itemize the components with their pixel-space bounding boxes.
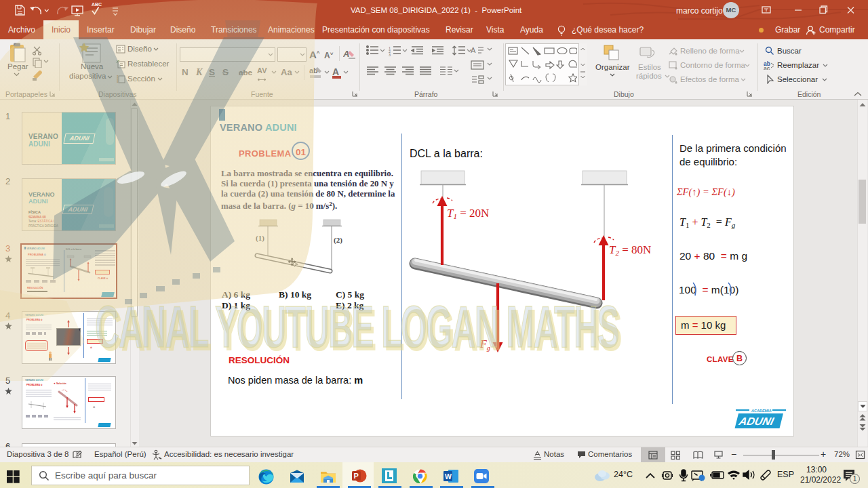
svg-text:(1): (1) [256, 234, 264, 243]
svg-text:W: W [445, 472, 452, 481]
svg-text:ac: ac [764, 65, 770, 70]
svg-text:T2 = 80N: T2 = 80N [609, 243, 651, 257]
svg-text:A: A [471, 46, 476, 54]
svg-text:ACADEMIA: ACADEMIA [751, 409, 772, 413]
svg-text:(2): (2) [334, 236, 342, 245]
svg-text:ABC: ABC [92, 2, 102, 7]
svg-text:Fg: Fg [479, 338, 490, 352]
svg-text:3: 3 [389, 53, 391, 57]
svg-text:P: P [354, 472, 359, 480]
svg-text:T1 = 20N: T1 = 20N [447, 207, 489, 220]
svg-text:A: A [343, 49, 349, 59]
svg-text:ADUNI: ADUNI [737, 415, 776, 427]
